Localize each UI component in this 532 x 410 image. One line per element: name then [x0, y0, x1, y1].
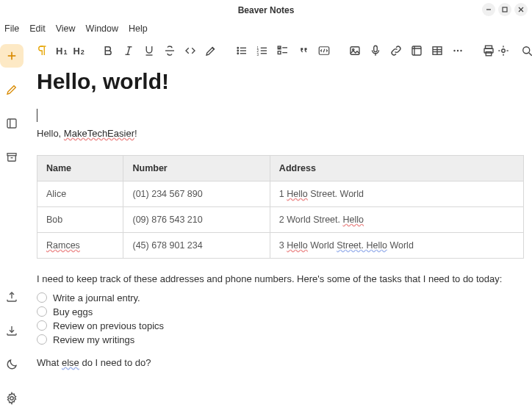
svg-point-49 [502, 49, 506, 53]
list-item[interactable]: Write a journal entry. [37, 292, 524, 303]
dark-mode-button[interactable] [0, 353, 24, 376]
paragraph-button[interactable] [35, 43, 50, 58]
menu-file[interactable]: File [4, 24, 19, 34]
svg-point-54 [523, 47, 530, 54]
record-audio-button[interactable] [368, 43, 383, 58]
close-button[interactable] [514, 3, 528, 16]
contacts-table[interactable]: Name Number Address Alice (01) 234 567 8… [37, 155, 524, 259]
archive-button[interactable] [0, 145, 24, 169]
more-button[interactable] [450, 43, 465, 58]
checklist-button[interactable] [276, 43, 290, 58]
svg-text:3: 3 [256, 53, 259, 57]
italic-button[interactable] [121, 43, 136, 58]
list-item[interactable]: Review on previous topics [37, 320, 524, 331]
checkbox-icon[interactable] [37, 334, 47, 345]
main-area: H1 H2 [24, 37, 532, 410]
checkbox-icon[interactable] [37, 292, 47, 303]
table-row[interactable]: Bob (09) 876 543 210 2 World Street. Hel… [37, 207, 524, 233]
settings-button[interactable] [0, 386, 24, 410]
maximize-button[interactable] [498, 3, 511, 16]
underline-button[interactable] [142, 43, 157, 58]
svg-point-10 [10, 397, 14, 400]
heading2-button[interactable]: H2 [73, 46, 84, 57]
list-item[interactable]: Buy eggs [37, 306, 524, 317]
svg-point-18 [237, 53, 239, 54]
menu-edit[interactable]: Edit [29, 24, 46, 34]
svg-line-55 [529, 53, 532, 56]
svg-rect-36 [374, 46, 378, 51]
print-button[interactable] [481, 43, 496, 58]
th-number[interactable]: Number [123, 156, 270, 181]
attachment-button[interactable] [409, 43, 424, 58]
svg-point-17 [237, 50, 239, 51]
svg-rect-30 [278, 51, 281, 54]
titlebar: Beaver Notes [0, 0, 532, 21]
th-address[interactable]: Address [270, 156, 523, 181]
editor-toolbar: H1 H2 [24, 37, 532, 65]
svg-rect-38 [412, 46, 421, 55]
list-item[interactable]: Review my writings [37, 334, 524, 345]
codeblock-button[interactable] [317, 43, 331, 58]
checkbox-icon[interactable] [37, 306, 47, 317]
export-button[interactable] [0, 285, 24, 309]
image-button[interactable] [348, 43, 362, 58]
track-paragraph[interactable]: I need to keep track of these addresses … [37, 272, 524, 287]
text-cursor [37, 109, 37, 122]
heading1-button[interactable]: H1 [56, 46, 67, 57]
editor-content[interactable]: Hello, world! Hello, MakeTechEasier! Nam… [24, 65, 532, 410]
blockquote-button[interactable] [296, 43, 311, 58]
focus-mode-button[interactable] [496, 43, 511, 58]
notes-list-button[interactable] [0, 112, 24, 135]
svg-point-43 [453, 50, 455, 51]
svg-point-44 [457, 50, 459, 51]
table-header-row: Name Number Address [37, 156, 524, 181]
intro-link[interactable]: MakeTechEasier [64, 128, 134, 139]
todo-list[interactable]: Write a journal entry. Buy eggs Review o… [37, 292, 524, 345]
window-controls [482, 3, 528, 16]
link-button[interactable] [389, 43, 403, 58]
menu-view[interactable]: View [56, 24, 76, 34]
svg-rect-1 [503, 7, 507, 12]
note-title[interactable]: Hello, world! [37, 69, 524, 94]
search-button[interactable] [520, 43, 532, 58]
bullet-list-button[interactable] [234, 43, 249, 58]
strikethrough-button[interactable] [162, 43, 177, 58]
table-row[interactable]: Alice (01) 234 567 890 1 Hello Street. W… [37, 181, 524, 207]
table-button[interactable] [430, 43, 445, 58]
table-row[interactable]: Ramces (45) 678 901 234 3 Hello World St… [37, 233, 524, 259]
svg-rect-6 [7, 119, 16, 128]
minimize-button[interactable] [482, 3, 495, 16]
svg-rect-34 [351, 47, 359, 55]
svg-point-45 [460, 50, 461, 51]
highlight-button[interactable] [204, 43, 218, 58]
checkbox-icon[interactable] [37, 320, 47, 331]
new-note-button[interactable] [0, 44, 24, 68]
menu-window[interactable]: Window [86, 24, 118, 34]
menu-help[interactable]: Help [129, 24, 148, 34]
intro-paragraph[interactable]: Hello, MakeTechEasier! [37, 126, 524, 141]
th-name[interactable]: Name [37, 156, 123, 181]
closer-paragraph[interactable]: What else do I need to do? [37, 356, 524, 370]
svg-line-33 [323, 49, 325, 53]
svg-rect-48 [486, 52, 492, 56]
svg-point-16 [237, 48, 239, 49]
bold-button[interactable] [101, 43, 115, 58]
import-button[interactable] [0, 319, 24, 342]
sidebar [0, 37, 24, 410]
edit-note-button[interactable] [0, 78, 24, 101]
window-title: Beaver Notes [238, 5, 295, 15]
svg-rect-8 [7, 154, 16, 156]
menubar: File Edit View Window Help [0, 21, 532, 37]
code-button[interactable] [183, 43, 198, 58]
svg-line-13 [127, 47, 129, 55]
ordered-list-button[interactable]: 123 [255, 43, 270, 58]
